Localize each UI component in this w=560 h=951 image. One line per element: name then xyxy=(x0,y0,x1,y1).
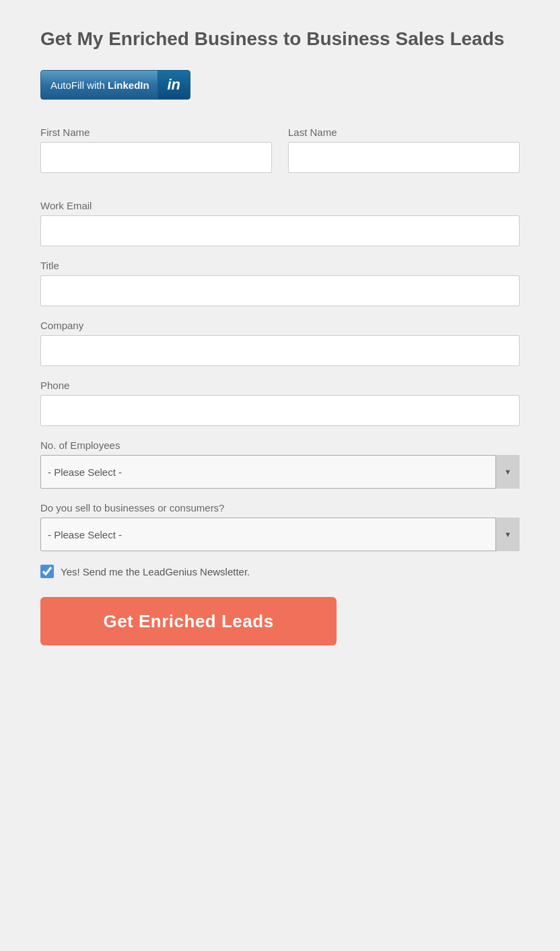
sell-select-wrapper: - Please Select - Businesses (B2B) Consu… xyxy=(40,518,520,551)
name-row: First Name Last Name xyxy=(40,127,520,186)
first-name-input[interactable] xyxy=(40,142,272,173)
title-group: Title xyxy=(40,260,520,306)
last-name-label: Last Name xyxy=(288,127,520,138)
leads-form: First Name Last Name Work Email Title Co… xyxy=(40,127,520,645)
phone-group: Phone xyxy=(40,380,520,426)
employees-select-wrapper: - Please Select - 1-10 11-50 51-200 201-… xyxy=(40,455,520,489)
employees-group: No. of Employees - Please Select - 1-10 … xyxy=(40,439,520,489)
work-email-group: Work Email xyxy=(40,200,520,246)
phone-label: Phone xyxy=(40,380,520,391)
newsletter-group: Yes! Send me the LeadGenius Newsletter. xyxy=(40,565,520,578)
company-input[interactable] xyxy=(40,335,520,366)
company-group: Company xyxy=(40,320,520,366)
newsletter-checkbox[interactable] xyxy=(40,565,54,578)
linkedin-btn-label: AutoFill with LinkedIn xyxy=(41,79,158,91)
phone-input[interactable] xyxy=(40,395,520,426)
linkedin-logo-icon: in xyxy=(158,70,190,100)
employees-select[interactable]: - Please Select - 1-10 11-50 51-200 201-… xyxy=(40,455,520,489)
form-container: Get My Enriched Business to Business Sal… xyxy=(40,27,520,645)
work-email-input[interactable] xyxy=(40,215,520,246)
page-title: Get My Enriched Business to Business Sal… xyxy=(40,27,520,51)
company-label: Company xyxy=(40,320,520,331)
first-name-group: First Name xyxy=(40,127,272,173)
title-input[interactable] xyxy=(40,275,520,306)
sell-select[interactable]: - Please Select - Businesses (B2B) Consu… xyxy=(40,518,520,551)
title-label: Title xyxy=(40,260,520,271)
last-name-input[interactable] xyxy=(288,142,520,173)
linkedin-autofill-button[interactable]: AutoFill with LinkedIn in xyxy=(40,70,190,100)
sell-group: Do you sell to businesses or consumers? … xyxy=(40,502,520,551)
work-email-label: Work Email xyxy=(40,200,520,211)
employees-label: No. of Employees xyxy=(40,439,520,451)
first-name-label: First Name xyxy=(40,127,272,138)
last-name-group: Last Name xyxy=(288,127,520,173)
sell-label: Do you sell to businesses or consumers? xyxy=(40,502,520,514)
submit-button[interactable]: Get Enriched Leads xyxy=(40,597,337,645)
newsletter-label[interactable]: Yes! Send me the LeadGenius Newsletter. xyxy=(61,566,250,577)
